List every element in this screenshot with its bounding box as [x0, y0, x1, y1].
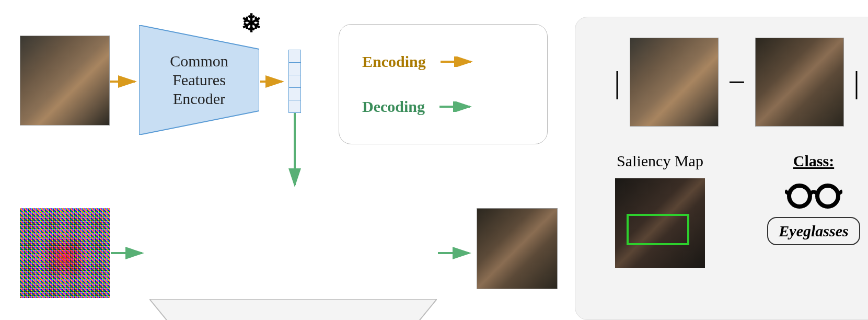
arrow-encoder-to-features	[260, 75, 288, 88]
minus-sign: −	[728, 64, 746, 100]
arrow-input-to-encoder	[110, 75, 141, 88]
saliency-map-label: Saliency Map	[617, 152, 703, 170]
legend-encoding-label: Encoding	[362, 53, 426, 71]
generated-face-thumb	[755, 38, 844, 127]
abs-left-bar: |	[614, 64, 620, 100]
encoder-label: Common Features Encoder	[139, 52, 259, 108]
feature-cell	[288, 62, 301, 76]
input-face-image	[20, 36, 110, 125]
conditional-ddim: Conditional DDIM	[149, 299, 437, 320]
encoder-label-line1: Common	[170, 52, 228, 70]
svg-point-10	[817, 186, 838, 207]
feature-vector	[288, 50, 301, 113]
snowflake-icon: ❄	[241, 8, 262, 38]
legend: Encoding Decoding	[339, 24, 548, 144]
original-face-thumb	[630, 38, 719, 127]
saliency-map-image	[615, 178, 705, 268]
arrow-noise-to-ddim	[111, 247, 148, 259]
legend-row-encoding: Encoding	[362, 53, 524, 71]
svg-point-9	[789, 186, 810, 207]
legend-arrow-encoding-icon	[441, 56, 477, 67]
generated-output-image	[477, 208, 558, 289]
legend-arrow-decoding-icon	[439, 101, 476, 112]
predicted-class-value: Eyeglasses	[767, 217, 860, 245]
encoder-label-line2: Features	[172, 71, 226, 88]
feature-cell	[288, 75, 301, 88]
encoder-label-line3: Encoder	[173, 90, 225, 107]
class-heading: Class:	[793, 152, 834, 170]
noise-input-image	[20, 208, 110, 298]
feature-cell	[288, 100, 301, 113]
svg-line-12	[838, 191, 842, 194]
saliency-bbox	[627, 214, 689, 245]
arrow-features-to-ddim	[288, 113, 301, 191]
svg-marker-5	[149, 299, 437, 320]
eyeglasses-icon	[785, 178, 842, 209]
legend-row-decoding: Decoding	[362, 98, 524, 116]
common-features-encoder: Common Features Encoder ❄	[139, 25, 259, 135]
legend-decoding-label: Decoding	[362, 98, 425, 116]
feature-cell	[288, 87, 301, 101]
difference-row: | − |	[591, 30, 868, 134]
feature-cell	[288, 50, 301, 63]
right-panel: | − | Saliency Map Class:	[575, 17, 868, 320]
saliency-column: Saliency Map	[591, 152, 729, 268]
class-column: Class: Eyeglasses	[745, 152, 868, 245]
abs-right-bar: |	[853, 64, 860, 100]
arrow-ddim-to-output	[438, 247, 476, 259]
svg-line-11	[785, 191, 789, 194]
